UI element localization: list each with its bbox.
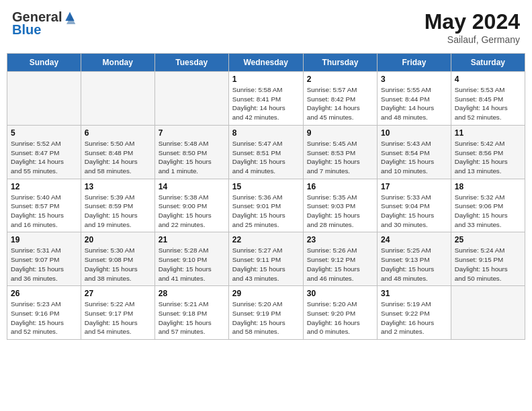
day-number: 18 [455, 182, 521, 191]
day-info: Sunrise: 5:48 AM Sunset: 8:50 PM Dayligh… [159, 139, 225, 176]
calendar-cell: 25Sunrise: 5:24 AM Sunset: 9:15 PM Dayli… [451, 232, 525, 286]
calendar-cell [81, 72, 154, 126]
day-info: Sunrise: 5:45 AM Sunset: 8:53 PM Dayligh… [307, 139, 373, 176]
calendar-cell: 23Sunrise: 5:26 AM Sunset: 9:12 PM Dayli… [303, 232, 377, 286]
day-info: Sunrise: 5:52 AM Sunset: 8:47 PM Dayligh… [11, 139, 77, 176]
calendar-week-4: 19Sunrise: 5:31 AM Sunset: 9:07 PM Dayli… [7, 232, 525, 286]
day-info: Sunrise: 5:24 AM Sunset: 9:15 PM Dayligh… [455, 246, 521, 283]
day-info: Sunrise: 5:20 AM Sunset: 9:20 PM Dayligh… [307, 300, 373, 336]
weekday-header-thursday: Thursday [303, 54, 377, 72]
logo: General Blue [12, 9, 77, 38]
day-info: Sunrise: 5:57 AM Sunset: 8:42 PM Dayligh… [307, 85, 373, 122]
day-info: Sunrise: 5:50 AM Sunset: 8:48 PM Dayligh… [85, 139, 151, 176]
month-title: May 2024 [425, 9, 520, 34]
day-info: Sunrise: 5:30 AM Sunset: 9:08 PM Dayligh… [85, 246, 151, 283]
calendar-cell [7, 72, 81, 126]
calendar-cell: 17Sunrise: 5:33 AM Sunset: 9:04 PM Dayli… [378, 179, 451, 232]
day-number: 16 [307, 182, 373, 191]
logo-blue-text: Blue [12, 22, 41, 38]
day-number: 21 [159, 235, 225, 244]
day-info: Sunrise: 5:39 AM Sunset: 8:59 PM Dayligh… [85, 193, 151, 230]
day-info: Sunrise: 5:36 AM Sunset: 9:01 PM Dayligh… [232, 193, 300, 230]
day-info: Sunrise: 5:38 AM Sunset: 9:00 PM Dayligh… [159, 193, 225, 230]
calendar-cell: 28Sunrise: 5:21 AM Sunset: 9:18 PM Dayli… [154, 286, 228, 340]
day-number: 3 [381, 75, 447, 84]
weekday-header-friday: Friday [378, 54, 451, 72]
weekday-header-sunday: Sunday [7, 54, 81, 72]
page-header: General Blue May 2024 Sailauf, Germany [7, 7, 525, 48]
day-number: 7 [159, 128, 225, 138]
day-number: 5 [11, 128, 77, 138]
calendar-table: SundayMondayTuesdayWednesdayThursdayFrid… [7, 53, 525, 340]
calendar-week-5: 26Sunrise: 5:23 AM Sunset: 9:16 PM Dayli… [7, 286, 525, 340]
day-info: Sunrise: 5:20 AM Sunset: 9:19 PM Dayligh… [232, 300, 300, 336]
calendar-cell: 8Sunrise: 5:47 AM Sunset: 8:51 PM Daylig… [228, 125, 303, 179]
day-info: Sunrise: 5:23 AM Sunset: 9:16 PM Dayligh… [11, 300, 77, 336]
day-number: 23 [307, 235, 373, 244]
calendar-cell: 7Sunrise: 5:48 AM Sunset: 8:50 PM Daylig… [154, 125, 228, 179]
calendar-cell: 29Sunrise: 5:20 AM Sunset: 9:19 PM Dayli… [228, 286, 303, 340]
weekday-header-wednesday: Wednesday [228, 54, 303, 72]
calendar-week-1: 1Sunrise: 5:58 AM Sunset: 8:41 PM Daylig… [7, 72, 525, 126]
calendar-cell [154, 72, 228, 126]
day-info: Sunrise: 5:43 AM Sunset: 8:54 PM Dayligh… [381, 139, 447, 176]
day-info: Sunrise: 5:33 AM Sunset: 9:04 PM Dayligh… [381, 193, 447, 230]
day-number: 14 [159, 182, 225, 191]
calendar-cell: 13Sunrise: 5:39 AM Sunset: 8:59 PM Dayli… [81, 179, 154, 232]
day-info: Sunrise: 5:35 AM Sunset: 9:03 PM Dayligh… [307, 193, 373, 230]
day-info: Sunrise: 5:22 AM Sunset: 9:17 PM Dayligh… [85, 300, 151, 336]
day-number: 2 [307, 75, 373, 84]
calendar-cell: 15Sunrise: 5:36 AM Sunset: 9:01 PM Dayli… [228, 179, 303, 232]
day-number: 30 [307, 289, 373, 298]
calendar-cell: 11Sunrise: 5:42 AM Sunset: 8:56 PM Dayli… [451, 125, 525, 179]
weekday-header-tuesday: Tuesday [154, 54, 228, 72]
day-number: 11 [455, 128, 521, 138]
day-number: 26 [11, 289, 77, 298]
day-number: 15 [232, 182, 300, 191]
day-info: Sunrise: 5:47 AM Sunset: 8:51 PM Dayligh… [232, 139, 300, 176]
calendar-cell: 5Sunrise: 5:52 AM Sunset: 8:47 PM Daylig… [7, 125, 81, 179]
calendar-cell: 19Sunrise: 5:31 AM Sunset: 9:07 PM Dayli… [7, 232, 81, 286]
calendar-header-row: SundayMondayTuesdayWednesdayThursdayFrid… [7, 54, 525, 72]
calendar-cell: 4Sunrise: 5:53 AM Sunset: 8:45 PM Daylig… [451, 72, 525, 126]
day-info: Sunrise: 5:31 AM Sunset: 9:07 PM Dayligh… [11, 246, 77, 283]
calendar-cell: 6Sunrise: 5:50 AM Sunset: 8:48 PM Daylig… [81, 125, 154, 179]
calendar-cell: 21Sunrise: 5:28 AM Sunset: 9:10 PM Dayli… [154, 232, 228, 286]
day-number: 13 [85, 182, 151, 191]
calendar-cell: 24Sunrise: 5:25 AM Sunset: 9:13 PM Dayli… [378, 232, 451, 286]
day-info: Sunrise: 5:53 AM Sunset: 8:45 PM Dayligh… [455, 85, 521, 122]
calendar-cell: 31Sunrise: 5:19 AM Sunset: 9:22 PM Dayli… [378, 286, 451, 340]
day-info: Sunrise: 5:27 AM Sunset: 9:11 PM Dayligh… [232, 246, 300, 283]
day-info: Sunrise: 5:19 AM Sunset: 9:22 PM Dayligh… [381, 300, 447, 336]
title-block: May 2024 Sailauf, Germany [425, 9, 520, 45]
day-number: 24 [381, 235, 447, 244]
calendar-week-2: 5Sunrise: 5:52 AM Sunset: 8:47 PM Daylig… [7, 125, 525, 179]
calendar-cell: 18Sunrise: 5:32 AM Sunset: 9:06 PM Dayli… [451, 179, 525, 232]
day-info: Sunrise: 5:25 AM Sunset: 9:13 PM Dayligh… [381, 246, 447, 283]
day-info: Sunrise: 5:28 AM Sunset: 9:10 PM Dayligh… [159, 246, 225, 283]
day-number: 28 [159, 289, 225, 298]
day-info: Sunrise: 5:32 AM Sunset: 9:06 PM Dayligh… [455, 193, 521, 230]
weekday-header-monday: Monday [81, 54, 154, 72]
calendar-cell: 1Sunrise: 5:58 AM Sunset: 8:41 PM Daylig… [228, 72, 303, 126]
calendar-cell: 20Sunrise: 5:30 AM Sunset: 9:08 PM Dayli… [81, 232, 154, 286]
calendar-cell: 10Sunrise: 5:43 AM Sunset: 8:54 PM Dayli… [378, 125, 451, 179]
location-subtitle: Sailauf, Germany [425, 34, 520, 45]
calendar-cell: 26Sunrise: 5:23 AM Sunset: 9:16 PM Dayli… [7, 286, 81, 340]
day-number: 22 [232, 235, 300, 244]
day-number: 4 [455, 75, 521, 84]
day-info: Sunrise: 5:58 AM Sunset: 8:41 PM Dayligh… [232, 85, 300, 122]
day-info: Sunrise: 5:21 AM Sunset: 9:18 PM Dayligh… [159, 300, 225, 336]
calendar-cell [451, 286, 525, 340]
calendar-cell: 14Sunrise: 5:38 AM Sunset: 9:00 PM Dayli… [154, 179, 228, 232]
day-number: 9 [307, 128, 373, 138]
day-number: 29 [232, 289, 300, 298]
calendar-cell: 9Sunrise: 5:45 AM Sunset: 8:53 PM Daylig… [303, 125, 377, 179]
day-number: 6 [85, 128, 151, 138]
day-number: 25 [455, 235, 521, 244]
day-number: 27 [85, 289, 151, 298]
calendar-cell: 30Sunrise: 5:20 AM Sunset: 9:20 PM Dayli… [303, 286, 377, 340]
calendar-cell: 16Sunrise: 5:35 AM Sunset: 9:03 PM Dayli… [303, 179, 377, 232]
day-info: Sunrise: 5:42 AM Sunset: 8:56 PM Dayligh… [455, 139, 521, 176]
day-number: 1 [232, 75, 300, 84]
